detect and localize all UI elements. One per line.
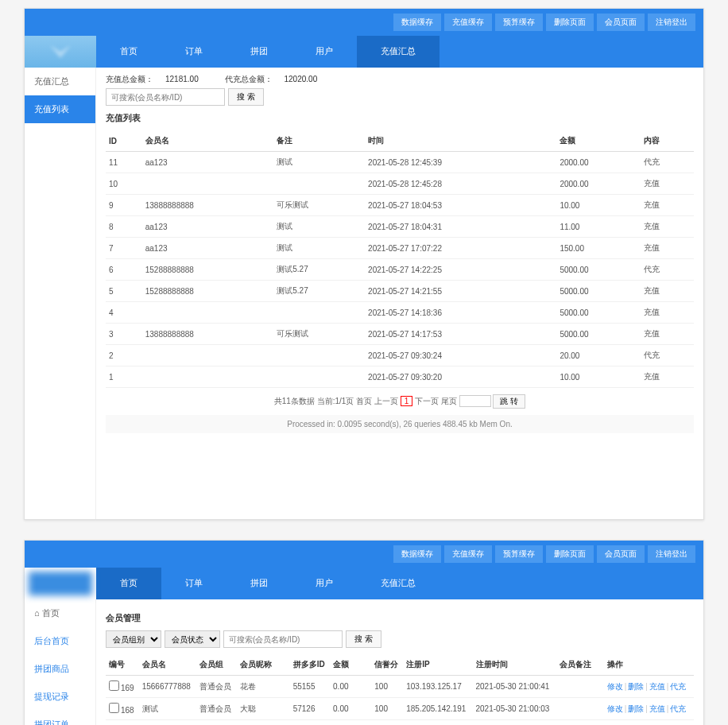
cell-content: 充值	[641, 366, 694, 388]
sidebar-item[interactable]: 充值列表	[25, 95, 95, 123]
sidebar-item[interactable]: 提现记录	[25, 683, 95, 711]
cell-pdd: 12073	[290, 720, 330, 726]
cell-name: 123456789	[139, 720, 197, 726]
action-link[interactable]: 修改	[607, 704, 623, 713]
cell-id: 6	[106, 259, 142, 281]
body-row: ⌂ 首页后台首页拼团商品提现记录拼团订单会员管理 会员管理 会员组别 会员状态 …	[25, 599, 703, 725]
cell-note	[273, 302, 365, 324]
cell-pdd: 57126	[290, 698, 330, 720]
page-go-button[interactable]: 跳 转	[493, 394, 525, 409]
cell-actions: 修改|删除|充值|代充	[604, 720, 694, 726]
top-button[interactable]: 预算缓存	[495, 14, 543, 31]
nav-item[interactable]: 拼团	[227, 36, 292, 68]
logo-nav-row: 首页订单拼团用户充值汇总	[25, 568, 703, 599]
cell-name: aa123	[142, 216, 274, 238]
action-link[interactable]: 删除	[628, 682, 644, 691]
cell-id: 7	[106, 238, 142, 259]
action-link[interactable]: 删除	[628, 704, 644, 713]
action-link[interactable]: 代充	[670, 682, 686, 691]
cell-note: 测试	[273, 216, 365, 238]
action-link[interactable]: 修改	[607, 682, 623, 691]
status-select[interactable]: 会员状态	[165, 630, 220, 648]
row-checkbox[interactable]	[109, 703, 119, 713]
top-button[interactable]: 预算缓存	[495, 545, 543, 563]
top-button[interactable]: 数据缓存	[393, 545, 441, 563]
cell-id: 3	[106, 324, 142, 345]
top-button[interactable]: 删除页面	[546, 14, 594, 31]
nav-item[interactable]: 充值汇总	[357, 36, 440, 68]
page-jump-input[interactable]	[459, 395, 491, 407]
cell-nick: 测试1	[237, 720, 290, 726]
cell-actions: 修改|删除|充值|代充	[604, 676, 694, 698]
cell-ip: 86.98.152.97	[403, 720, 472, 726]
top-button[interactable]: 会员页面	[597, 14, 645, 31]
top-button[interactable]: 充值缓存	[444, 14, 492, 31]
cell-time: 2021-05-30 21:00:41	[473, 676, 557, 698]
search-input[interactable]	[106, 88, 225, 106]
cell-note: 测试	[273, 238, 365, 259]
column-header: 金额	[556, 130, 641, 152]
cell-nick: 花卷	[237, 676, 290, 698]
cell-content: 充值	[641, 173, 694, 195]
cell-time: 2021-05-29 13:19:25	[473, 720, 557, 726]
cell-note: 可乐测试	[273, 195, 365, 216]
cell-pdd: 55155	[290, 676, 330, 698]
sidebar-item[interactable]: ⌂ 首页	[25, 599, 95, 627]
cell-note: 测试	[273, 152, 365, 173]
sidebar-item[interactable]: 拼团订单	[25, 711, 95, 725]
nav-item[interactable]: 首页	[96, 568, 161, 599]
page-current: 1	[401, 396, 413, 406]
action-link[interactable]: 代充	[670, 704, 686, 713]
cell-credit: 100	[371, 720, 403, 726]
nav-item[interactable]: 用户	[292, 36, 357, 68]
table-row: 313888888888可乐测试2021-05-27 14:17:535000.…	[106, 324, 694, 345]
cell-no: 169	[121, 684, 134, 692]
cell-content: 充值	[641, 195, 694, 216]
nav-item[interactable]: 充值汇总	[357, 568, 440, 599]
group-select[interactable]: 会员组别	[106, 630, 161, 648]
cell-name	[142, 345, 274, 366]
top-button[interactable]: 注销登出	[648, 545, 695, 563]
cell-time: 2021-05-27 18:04:31	[365, 216, 556, 238]
top-button[interactable]: 删除页面	[546, 545, 594, 563]
column-header: 注册时间	[473, 654, 557, 676]
table-row: 8aa123测试2021-05-27 18:04:3111.00充值	[106, 216, 694, 238]
nav-item[interactable]: 订单	[161, 36, 227, 68]
cell-credit: 100	[371, 676, 403, 698]
cell-name: 13888888888	[142, 324, 274, 345]
cell-note	[273, 345, 365, 366]
total-label: 充值总金额：	[106, 75, 153, 83]
sidebar-item[interactable]: 后台首页	[25, 627, 95, 655]
cell-name: 13888888888	[142, 195, 274, 216]
cell-content: 充值	[641, 302, 694, 324]
top-button[interactable]: 注销登出	[648, 14, 695, 31]
search-button[interactable]: 搜 索	[228, 88, 264, 106]
cell-group: 普通会员	[196, 676, 236, 698]
proxy-label: 代充总金额：	[225, 75, 273, 83]
table-row: 7aa123测试2021-05-27 17:07:22150.00充值	[106, 238, 694, 259]
proxy-value: 12020.00	[285, 75, 318, 83]
action-link[interactable]: 充值	[649, 682, 665, 691]
nav-item[interactable]: 拼团	[227, 568, 292, 599]
top-button[interactable]: 数据缓存	[393, 14, 441, 31]
top-button[interactable]: 充值缓存	[444, 545, 492, 563]
row-checkbox[interactable]	[109, 680, 119, 691]
sidebar-item[interactable]: 充值汇总	[25, 68, 95, 95]
sidebar-item-label: 首页	[42, 608, 60, 618]
list-title: 充值列表	[106, 112, 694, 124]
nav-item[interactable]: 首页	[96, 36, 161, 68]
cell-content: 代充	[641, 259, 694, 281]
search-button[interactable]: 搜 索	[346, 630, 381, 648]
nav-item[interactable]: 订单	[161, 568, 227, 599]
cell-amount: 11.00	[556, 216, 641, 238]
search-input[interactable]	[223, 630, 343, 648]
action-link[interactable]: 充值	[649, 704, 665, 713]
table-row: 615288888888测试5.272021-05-27 14:22:25500…	[106, 259, 694, 281]
cell-name: aa123	[142, 238, 274, 259]
nav-item[interactable]: 用户	[292, 568, 357, 599]
cell-amount: 5000.00	[556, 324, 641, 345]
logo-blurred	[29, 572, 92, 595]
column-header: 信誉分	[371, 654, 403, 676]
sidebar-item[interactable]: 拼团商品	[25, 655, 95, 683]
top-button[interactable]: 会员页面	[597, 545, 645, 563]
